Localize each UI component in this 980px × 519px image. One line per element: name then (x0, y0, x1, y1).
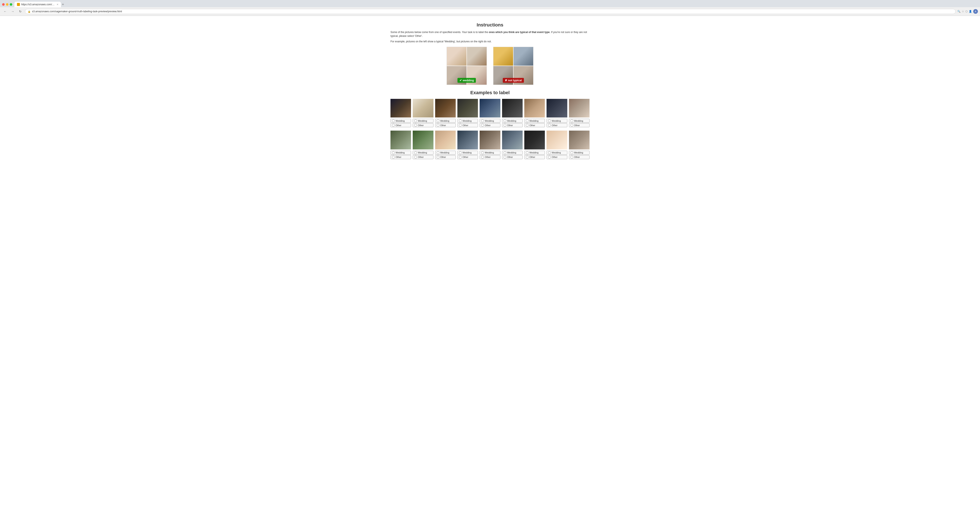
other-radio-1[interactable]: Other (390, 123, 411, 127)
wedding-radio-input-10[interactable] (392, 151, 395, 154)
wedding-radio-input-2[interactable] (414, 119, 417, 122)
image-card-9: Wedding Other (569, 99, 590, 127)
other-radio-5[interactable]: Other (480, 123, 500, 127)
other-radio-11[interactable]: Other (413, 155, 433, 159)
other-radio-6[interactable]: Other (502, 123, 523, 127)
other-radio-14[interactable]: Other (480, 155, 500, 159)
wedding-radio-12[interactable]: Wedding (435, 151, 456, 155)
wedding-radio-6[interactable]: Wedding (502, 119, 523, 123)
wedding-radio-label-14: Wedding (485, 151, 494, 154)
refresh-button[interactable]: ↻ (18, 8, 23, 14)
wedding-radio-7[interactable]: Wedding (524, 119, 545, 123)
wedding-radio-input-16[interactable] (526, 151, 528, 154)
image-thumb-8 (547, 99, 567, 117)
wedding-example-label: ✔ wedding (457, 78, 476, 83)
other-radio-10[interactable]: Other (390, 155, 411, 159)
url-bar[interactable]: 🔒 s3.amazonaws.com/sagemaker-ground-trut… (25, 9, 956, 14)
wedding-radio-input-8[interactable] (548, 119, 551, 122)
wedding-radio-15[interactable]: Wedding (502, 151, 523, 155)
image-card-4: Wedding Other (457, 99, 478, 127)
image-card-1: Wedding Other (390, 99, 411, 127)
wedding-radio-input-6[interactable] (504, 119, 506, 122)
wedding-radio-input-1[interactable] (392, 119, 395, 122)
wedding-radio-4[interactable]: Wedding (457, 119, 478, 123)
wedding-radio-input-12[interactable] (437, 151, 439, 154)
wedding-radio-14[interactable]: Wedding (480, 151, 500, 155)
other-radio-input-10[interactable] (392, 156, 395, 159)
wedding-radio-5[interactable]: Wedding (480, 119, 500, 123)
wedding-radio-input-7[interactable] (526, 119, 528, 122)
other-radio-7[interactable]: Other (524, 123, 545, 127)
other-radio-input-15[interactable] (504, 156, 506, 159)
wedding-radio-3[interactable]: Wedding (435, 119, 456, 123)
wedding-radio-18[interactable]: Wedding (569, 151, 590, 155)
wedding-radio-input-11[interactable] (414, 151, 417, 154)
other-radio-input-6[interactable] (504, 124, 506, 127)
other-radio-18[interactable]: Other (569, 155, 590, 159)
other-radio-4[interactable]: Other (457, 123, 478, 127)
examples-to-label-title: Examples to label (390, 90, 590, 95)
forward-button[interactable]: → (10, 8, 16, 14)
user-avatar[interactable]: A (973, 9, 978, 14)
other-radio-input-11[interactable] (414, 156, 417, 159)
wedding-radio-input-4[interactable] (459, 119, 461, 122)
wedding-radio-input-17[interactable] (548, 151, 551, 154)
tab-close-icon[interactable]: ✕ (57, 3, 59, 6)
other-radio-input-5[interactable] (481, 124, 484, 127)
other-radio-input-17[interactable] (548, 156, 551, 159)
wedding-radio-11[interactable]: Wedding (413, 151, 433, 155)
other-radio-input-2[interactable] (414, 124, 417, 127)
other-radio-12[interactable]: Other (435, 155, 456, 159)
other-radio-input-13[interactable] (459, 156, 461, 159)
star-icon[interactable]: ☆ (962, 10, 964, 13)
close-button[interactable] (2, 3, 5, 6)
other-radio-8[interactable]: Other (547, 123, 567, 127)
other-radio-input-18[interactable] (571, 156, 573, 159)
radio-group-8: Wedding Other (547, 119, 567, 127)
wedding-radio-10[interactable]: Wedding (390, 151, 411, 155)
other-radio-input-3[interactable] (437, 124, 439, 127)
other-radio-input-14[interactable] (481, 156, 484, 159)
other-radio-input-1[interactable] (392, 124, 395, 127)
wedding-radio-8[interactable]: Wedding (547, 119, 567, 123)
wedding-radio-label-5: Wedding (485, 120, 494, 122)
wedding-radio-9[interactable]: Wedding (569, 119, 590, 123)
wedding-radio-label-12: Wedding (440, 151, 449, 154)
wedding-radio-input-15[interactable] (504, 151, 506, 154)
wedding-radio-input-18[interactable] (571, 151, 573, 154)
other-radio-9[interactable]: Other (569, 123, 590, 127)
active-tab[interactable]: https://s3.amazonaws.com/s... ✕ (14, 2, 61, 7)
other-radio-input-12[interactable] (437, 156, 439, 159)
wedding-radio-17[interactable]: Wedding (547, 151, 567, 155)
image-card-12: Wedding Other (435, 130, 456, 159)
other-radio-input-8[interactable] (548, 124, 551, 127)
other-radio-16[interactable]: Other (524, 155, 545, 159)
wedding-radio-input-14[interactable] (481, 151, 484, 154)
other-radio-label-12: Other (440, 156, 446, 158)
minimize-button[interactable] (6, 3, 8, 6)
account-icon[interactable]: 👤 (969, 10, 972, 13)
other-radio-3[interactable]: Other (435, 123, 456, 127)
other-radio-2[interactable]: Other (413, 123, 433, 127)
image-thumb-18 (569, 130, 590, 149)
wedding-radio-input-13[interactable] (459, 151, 461, 154)
wedding-radio-13[interactable]: Wedding (457, 151, 478, 155)
other-radio-13[interactable]: Other (457, 155, 478, 159)
other-radio-input-16[interactable] (526, 156, 528, 159)
other-radio-15[interactable]: Other (502, 155, 523, 159)
other-radio-input-4[interactable] (459, 124, 461, 127)
search-icon[interactable]: 🔍 (957, 10, 961, 13)
maximize-button[interactable] (10, 3, 12, 6)
other-radio-17[interactable]: Other (547, 155, 567, 159)
extension-icon[interactable]: ⬡ (966, 10, 967, 13)
new-tab-button[interactable]: + (62, 2, 64, 7)
other-radio-input-9[interactable] (571, 124, 573, 127)
wedding-radio-16[interactable]: Wedding (524, 151, 545, 155)
wedding-radio-1[interactable]: Wedding (390, 119, 411, 123)
wedding-radio-input-5[interactable] (481, 119, 484, 122)
other-radio-input-7[interactable] (526, 124, 528, 127)
back-button[interactable]: ← (2, 8, 8, 14)
wedding-radio-2[interactable]: Wedding (413, 119, 433, 123)
wedding-radio-input-3[interactable] (437, 119, 439, 122)
wedding-radio-input-9[interactable] (571, 119, 573, 122)
